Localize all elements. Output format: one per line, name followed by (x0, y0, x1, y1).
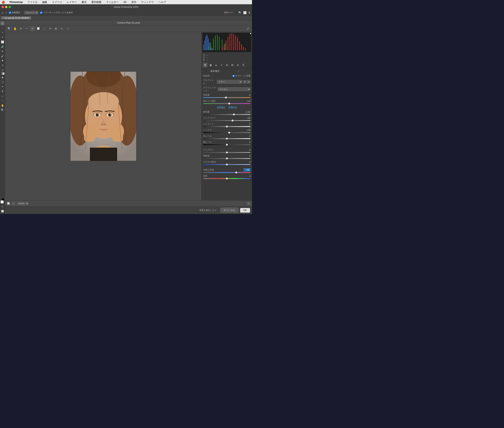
bounding-box-checkbox[interactable] (40, 11, 42, 14)
quick-mask-btn[interactable]: ⬡ (0, 204, 5, 209)
eyedropper-tool[interactable]: 💉 (0, 44, 5, 49)
slider-thumb[interactable] (226, 151, 228, 153)
screen-mode-btn[interactable]: ⬜ (0, 209, 5, 213)
cr-open-full-image[interactable]: ⤢ (245, 26, 250, 31)
tab-calibrate[interactable]: ⊟ (235, 63, 240, 67)
menu-file[interactable]: ファイル (27, 0, 38, 4)
tab-split-tone[interactable]: ≡ (219, 63, 224, 67)
cr-transform-tool[interactable]: ⬜ (36, 26, 41, 31)
menu-select[interactable]: 選択範囲 (90, 0, 102, 4)
menu-help[interactable]: ヘルプ (158, 0, 167, 4)
tab-tones[interactable]: ▦ (208, 63, 213, 67)
menu-filter[interactable]: フィルター (105, 0, 120, 4)
menu-layer[interactable]: レイヤー (66, 0, 78, 4)
slider-track[interactable] (203, 103, 250, 104)
slider-track[interactable] (203, 164, 250, 165)
path-select-tool[interactable]: ▷ (0, 94, 5, 98)
ok-button[interactable]: OK (240, 208, 250, 213)
slider-thumb[interactable] (232, 120, 233, 122)
bottom-view-btn2[interactable]: ⬚ (12, 202, 15, 205)
slider-track[interactable] (203, 120, 250, 121)
cr-targeted-adjust-tool[interactable]: ◎ (30, 26, 35, 31)
cr-adjustment-brush-tool[interactable]: ⬭ (65, 26, 70, 31)
gradient-tool[interactable] (1, 73, 4, 75)
slider-track[interactable] (203, 152, 250, 153)
screen-mode-icon[interactable]: ⬜ (243, 11, 247, 14)
slider-thumb[interactable] (226, 157, 228, 159)
tab-hsl[interactable]: ▲ (214, 63, 218, 67)
file-tab[interactable]: × 01.psd @ 33.3% (RGB/8) (1, 16, 31, 20)
cr-hand-tool[interactable]: ✋ (12, 26, 17, 31)
cr-redeye-tool[interactable]: ⊛ (48, 26, 53, 31)
slider-thumb[interactable] (226, 144, 228, 146)
slider-thumb[interactable] (228, 103, 230, 105)
radio-color[interactable]: カラー (232, 74, 242, 77)
tab-basic[interactable]: ⚙ (203, 63, 208, 67)
slider-thumb[interactable] (226, 178, 228, 180)
share-icon[interactable]: ⬆ (248, 11, 250, 14)
eraser-tool[interactable]: ◻ (0, 68, 5, 72)
blur-tool[interactable]: ◉ (0, 75, 5, 79)
pen-tool[interactable]: ✒ (0, 84, 5, 89)
slider-thumb[interactable] (233, 114, 235, 115)
cr-color-sample-tool[interactable]: ✏ (24, 26, 29, 31)
maximize-button[interactable] (8, 6, 11, 8)
cr-wb-tool[interactable]: ⚙ (18, 26, 23, 31)
shape-tool[interactable]: ⬛ (0, 99, 5, 103)
auto-select-select[interactable]: グループ レイヤー (24, 11, 38, 14)
wb-select[interactable]: カスタム 太陽光 曇り 日陰 タングステン 蛍光灯 (217, 87, 250, 91)
background-color[interactable] (0, 200, 4, 204)
tab-close[interactable]: × (3, 17, 4, 19)
transform-icon[interactable]: ⤢ (5, 11, 7, 14)
zoom-tool[interactable]: 🔍 (0, 108, 5, 112)
panel-menu-icon[interactable]: ≡ (227, 70, 251, 73)
menu-type[interactable]: 書式 (81, 0, 87, 4)
move-tool-icon[interactable]: ⊹ (1, 11, 4, 14)
clone-tool[interactable]: ✱ (0, 58, 5, 63)
bottom-settings-icon[interactable]: ≡ (247, 202, 250, 205)
crop-tool[interactable]: ⬜ (0, 40, 5, 44)
cr-radial-filter-tool[interactable]: ◎ (59, 26, 64, 31)
auto-button[interactable]: 自動補正 (217, 106, 225, 109)
slider-thumb[interactable] (225, 97, 227, 99)
hand-tool[interactable]: ✋ (0, 103, 5, 107)
slider-thumb[interactable] (226, 138, 228, 140)
close-button[interactable] (1, 6, 4, 8)
auto-select-checkbox[interactable] (9, 11, 11, 14)
cr-zoom-tool[interactable]: 🔍 (7, 26, 12, 31)
slider-thumb[interactable] (228, 132, 230, 134)
slider-thumb[interactable] (226, 164, 228, 165)
bottom-view-btn1[interactable]: ⬜ (7, 202, 10, 205)
slider-track[interactable] (203, 132, 250, 133)
slider-track[interactable] (203, 138, 250, 139)
minimize-button[interactable] (5, 6, 8, 8)
profile-grid-icon[interactable]: ⊞ (243, 80, 247, 83)
cr-graduated-filter-tool[interactable]: ▤ (53, 26, 58, 31)
cr-spot-removal-tool[interactable]: ◌ (42, 26, 47, 31)
cancel-button[interactable]: キャンセル (220, 208, 239, 213)
menu-3d[interactable]: 3D (123, 0, 128, 3)
tab-presets[interactable]: ☰ (241, 63, 246, 67)
move-tool[interactable]: ⊹ (0, 21, 5, 25)
tab-fx[interactable]: fx (230, 63, 235, 67)
profile-select[interactable]: カラー Adobe カラー Adobe ポートレート (217, 80, 242, 84)
search-icon[interactable]: 🔍 (238, 11, 242, 14)
slider-thumb[interactable] (235, 172, 237, 173)
history-brush-tool[interactable]: ↺ (0, 63, 5, 67)
select-tool[interactable]: ⬚ (0, 26, 5, 30)
menu-edit[interactable]: 編集 (41, 0, 48, 4)
default-button[interactable]: 初期設定 (228, 106, 237, 109)
lasso-tool[interactable]: ⌖ (0, 30, 5, 35)
slider-track[interactable] (203, 172, 250, 173)
slider-track[interactable] (203, 144, 250, 145)
zoom-select[interactable]: 42.8% 25% 50% 100% (17, 202, 29, 205)
slider-track[interactable] (203, 126, 250, 127)
quick-select-tool[interactable]: ✦ (0, 35, 5, 39)
menu-window[interactable]: ウィンドウ (140, 0, 154, 4)
tab-detail[interactable]: ⊞ (224, 63, 229, 67)
menu-image[interactable]: イメージ (51, 0, 63, 4)
slider-track[interactable] (203, 158, 250, 159)
slider-track[interactable] (203, 114, 250, 115)
menu-view[interactable]: 表示 (131, 0, 137, 4)
slider-thumb[interactable] (226, 126, 228, 128)
